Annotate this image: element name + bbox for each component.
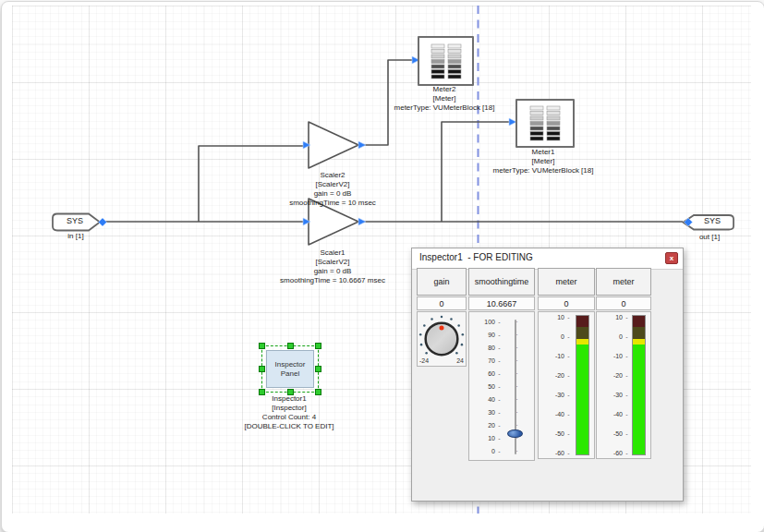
- inspector-panel-label-line1: Inspector: [275, 360, 306, 369]
- wire-scaler2-meter2[interactable]: [359, 60, 416, 145]
- smoothingtime-value: 10.6667: [468, 296, 535, 310]
- knob-min-label: -24: [419, 357, 429, 364]
- vu-segment-red: [633, 316, 645, 327]
- meter-scale: 10-0--10--20--30--40--50--60-: [599, 313, 632, 456]
- meter-column-1: meter 0 10-0--10--20--30--40--50--60-: [538, 268, 595, 459]
- meter-column-2: meter 0 10-0--10--20--30--40--50--60-: [596, 268, 651, 459]
- vu-segment-olive: [576, 327, 588, 339]
- gain-column: gain 0: [417, 268, 467, 367]
- selection-handle[interactable]: [259, 389, 265, 395]
- gain-header: gain: [417, 268, 467, 296]
- slider-thumb[interactable]: [507, 429, 523, 438]
- scaler2-smoothing: smoothingTime = 10 msec: [289, 199, 376, 208]
- sys-out-label: SYS: [693, 216, 732, 225]
- meter1-name: Meter1: [532, 148, 555, 157]
- selection-handle[interactable]: [315, 389, 321, 395]
- knob-icon[interactable]: [418, 313, 466, 363]
- scaler1-output-pin-icon[interactable]: [358, 218, 366, 225]
- vu-bar: [632, 315, 646, 455]
- vu-segment-olive: [633, 327, 645, 339]
- inspector-panel-block[interactable]: Inspector Panel: [266, 350, 314, 388]
- meter2-value: 0: [596, 296, 651, 310]
- scaler2-type: [ScalerV2]: [316, 180, 350, 189]
- sys-in-sublabel: in [1]: [67, 232, 83, 241]
- knob-max-label: 24: [456, 357, 464, 364]
- vu-segment-green: [576, 345, 588, 454]
- inspector-dialog: Inspector1 - FOR EDITING x gain 0: [411, 248, 684, 502]
- smoothingtime-column: smoothingtime 10.6667 100-·90-·80-·70-·6…: [468, 268, 535, 461]
- smoothingtime-header: smoothingtime: [468, 268, 535, 296]
- selection-handle[interactable]: [287, 343, 294, 349]
- vu-segment-green: [633, 345, 645, 454]
- vu-meter-icon: [529, 105, 561, 141]
- inspector-type: [Inspector]: [272, 404, 306, 413]
- selection-handle[interactable]: [259, 366, 265, 372]
- meter1-value: 0: [538, 296, 595, 310]
- inspector-name: Inspector1: [272, 394, 306, 404]
- wire-branch-scaler2[interactable]: [199, 146, 307, 222]
- vu-segment-red: [576, 316, 588, 327]
- sys-in-pin-icon[interactable]: [99, 218, 107, 226]
- app-window: SYS in [1] SYS out [1] Meter2 [Meter] me…: [1, 1, 764, 532]
- scaler1-smoothing: smoothingTime = 10.6667 msec: [280, 276, 385, 285]
- selection-handle[interactable]: [259, 343, 265, 349]
- meter2-header: meter: [596, 268, 651, 296]
- meter2-detail: meterType: VUMeterBlock [18]: [394, 103, 495, 113]
- scaler2-gain: gain = 0 dB: [314, 189, 352, 199]
- sys-out-sublabel: out [1]: [699, 233, 720, 242]
- gain-knob[interactable]: -24 24: [417, 311, 467, 367]
- inspector-count: Control Count: 4: [262, 413, 316, 422]
- dialog-titlebar[interactable]: Inspector1 - FOR EDITING x: [412, 248, 683, 270]
- selection-handle[interactable]: [315, 343, 321, 349]
- meter1-block[interactable]: [515, 99, 575, 148]
- scaler1-name: Scaler1: [320, 248, 345, 258]
- meter2-name: Meter2: [433, 85, 456, 94]
- meter1-detail: meterType: VUMeterBlock [18]: [493, 166, 594, 175]
- scaler1-type: [ScalerV2]: [316, 258, 350, 267]
- selection-handle[interactable]: [315, 366, 321, 372]
- close-button[interactable]: x: [665, 252, 678, 264]
- inspector-panel-label-line2: Panel: [281, 369, 299, 379]
- inspector-hint: [DOUBLE-CLICK TO EDIT]: [244, 422, 333, 431]
- meter2-block[interactable]: [418, 36, 474, 86]
- meter1-header: meter: [538, 268, 595, 296]
- dialog-title: Inspector1 - FOR EDITING: [419, 252, 533, 262]
- vu-bar: [576, 315, 589, 455]
- scaler1-gain: gain = 0 dB: [314, 267, 352, 276]
- vu-meter-display-1: 10-0--10--20--30--40--50--60-: [538, 311, 595, 459]
- vu-meter-icon: [431, 43, 462, 79]
- scaler2-name: Scaler2: [320, 171, 345, 180]
- meter1-type: [Meter]: [532, 157, 555, 166]
- smoothingtime-slider[interactable]: 100-·90-·80-·70-·60-·50-·40-·30-·20-·10-…: [468, 311, 535, 461]
- meter-scale: 10-0--10--20--30--40--50--60-: [540, 313, 574, 456]
- scaler2-output-pin-icon[interactable]: [358, 141, 366, 149]
- scaler2-shape[interactable]: [309, 122, 358, 168]
- sys-in-label: SYS: [53, 216, 97, 225]
- vu-meter-display-2: 10-0--10--20--30--40--50--60-: [596, 311, 651, 459]
- knob-indicator-dot: [439, 325, 443, 330]
- gain-value: 0: [417, 296, 467, 310]
- meter2-type: [Meter]: [433, 94, 456, 103]
